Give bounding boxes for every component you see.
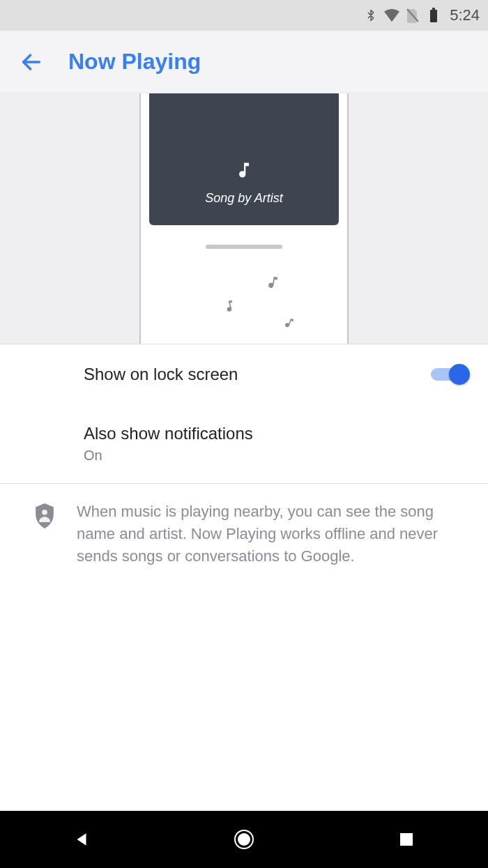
setting-value: On: [84, 448, 467, 464]
music-note-icon: [264, 273, 282, 294]
setting-label: Also show notifications: [84, 424, 467, 443]
no-sim-icon: [405, 8, 420, 23]
phone-home-indicator: [206, 245, 282, 249]
page-title: Now Playing: [68, 49, 201, 75]
settings-list: Show on lock screen Also show notificati…: [0, 344, 488, 584]
navigation-bar: [0, 811, 488, 868]
lock-screen-toggle[interactable]: [431, 364, 467, 385]
also-show-notifications-row[interactable]: Also show notifications On: [0, 404, 488, 483]
hero-illustration: Song by Artist: [0, 93, 488, 344]
svg-point-6: [238, 833, 250, 846]
svg-point-4: [42, 510, 47, 515]
nav-back-button[interactable]: [68, 825, 96, 853]
svg-rect-1: [430, 10, 437, 22]
music-note-icon: [234, 160, 254, 183]
svg-rect-7: [400, 833, 413, 846]
info-row: When music is playing nearby, you can se…: [0, 484, 488, 584]
app-bar: Now Playing: [0, 31, 488, 93]
back-button[interactable]: [14, 45, 49, 79]
nav-recents-button[interactable]: [392, 825, 420, 853]
phone-screen: Song by Artist: [149, 93, 339, 225]
phone-illustration: Song by Artist: [139, 93, 349, 344]
song-by-artist-label: Song by Artist: [205, 191, 282, 206]
bluetooth-icon: [363, 8, 379, 23]
info-text: When music is playing nearby, you can se…: [77, 501, 439, 568]
wifi-icon: [384, 8, 399, 23]
status-time: 5:24: [450, 6, 480, 24]
battery-icon: [426, 8, 441, 23]
nav-home-button[interactable]: [230, 825, 258, 853]
privacy-shield-icon: [33, 503, 56, 531]
status-bar: 5:24: [0, 0, 488, 31]
setting-label: Show on lock screen: [84, 365, 431, 384]
show-on-lock-screen-row[interactable]: Show on lock screen: [0, 344, 488, 404]
svg-rect-2: [432, 8, 435, 10]
